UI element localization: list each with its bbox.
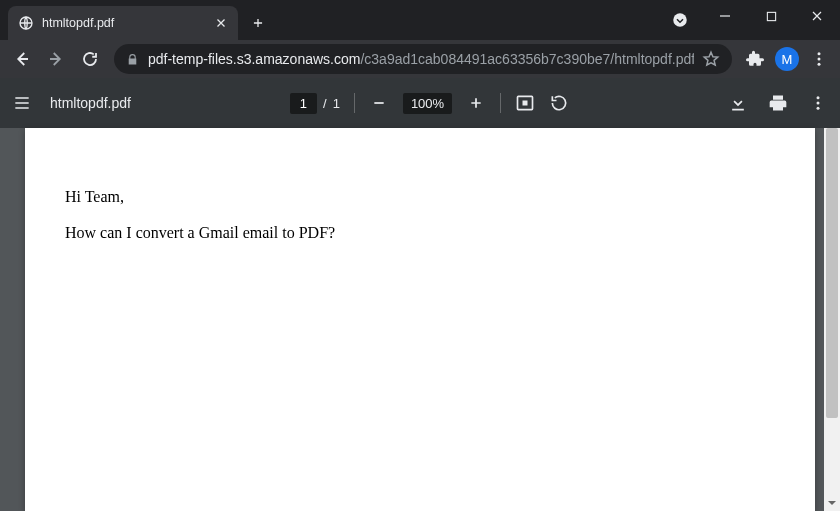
reload-button[interactable] xyxy=(74,43,106,75)
bookmark-star-icon[interactable] xyxy=(702,50,720,68)
separator xyxy=(354,93,355,113)
svg-point-1 xyxy=(673,13,687,27)
zoom-in-button[interactable] xyxy=(466,93,486,113)
tab-search-button[interactable] xyxy=(670,10,690,30)
scroll-down-arrow[interactable] xyxy=(824,495,840,511)
document-line: Hi Team, xyxy=(65,188,775,206)
rotate-button[interactable] xyxy=(549,93,569,113)
svg-rect-2 xyxy=(767,12,775,20)
scrollbar-thumb[interactable] xyxy=(826,128,838,418)
pdf-document-name: htmltopdf.pdf xyxy=(50,95,131,111)
close-tab-icon[interactable] xyxy=(214,16,228,30)
svg-point-8 xyxy=(817,102,820,105)
download-button[interactable] xyxy=(728,93,748,113)
url-text: pdf-temp-files.s3.amazonaws.com/c3a9ad1c… xyxy=(148,51,694,67)
svg-point-9 xyxy=(817,107,820,110)
hamburger-icon[interactable] xyxy=(12,93,32,113)
close-window-button[interactable] xyxy=(794,0,840,32)
svg-point-4 xyxy=(818,58,821,61)
browser-tab[interactable]: htmltopdf.pdf xyxy=(8,6,238,40)
current-page-input[interactable]: 1 xyxy=(290,93,317,114)
svg-point-7 xyxy=(817,96,820,99)
pdf-menu-button[interactable] xyxy=(808,93,828,113)
total-pages: 1 xyxy=(333,96,340,111)
extensions-button[interactable] xyxy=(740,44,770,74)
profile-avatar[interactable]: M xyxy=(772,44,802,74)
pdf-page: Hi Team, How can I convert a Gmail email… xyxy=(25,128,815,511)
new-tab-button[interactable] xyxy=(244,9,272,37)
vertical-scrollbar[interactable] xyxy=(824,128,840,511)
separator xyxy=(500,93,501,113)
print-button[interactable] xyxy=(768,93,788,113)
fit-page-button[interactable] xyxy=(515,93,535,113)
zoom-level[interactable]: 100% xyxy=(403,93,452,114)
forward-button[interactable] xyxy=(40,43,72,75)
document-line: How can I convert a Gmail email to PDF? xyxy=(65,224,775,242)
zoom-out-button[interactable] xyxy=(369,93,389,113)
maximize-button[interactable] xyxy=(748,0,794,32)
globe-icon xyxy=(18,15,34,31)
minimize-button[interactable] xyxy=(702,0,748,32)
address-bar[interactable]: pdf-temp-files.s3.amazonaws.com/c3a9ad1c… xyxy=(114,44,732,74)
page-indicator: 1 / 1 xyxy=(290,93,340,114)
svg-point-5 xyxy=(818,63,821,66)
browser-menu-button[interactable] xyxy=(804,44,834,74)
avatar: M xyxy=(775,47,799,71)
tab-title: htmltopdf.pdf xyxy=(42,16,206,30)
lock-icon xyxy=(126,53,140,66)
back-button[interactable] xyxy=(6,43,38,75)
svg-point-3 xyxy=(818,52,821,55)
